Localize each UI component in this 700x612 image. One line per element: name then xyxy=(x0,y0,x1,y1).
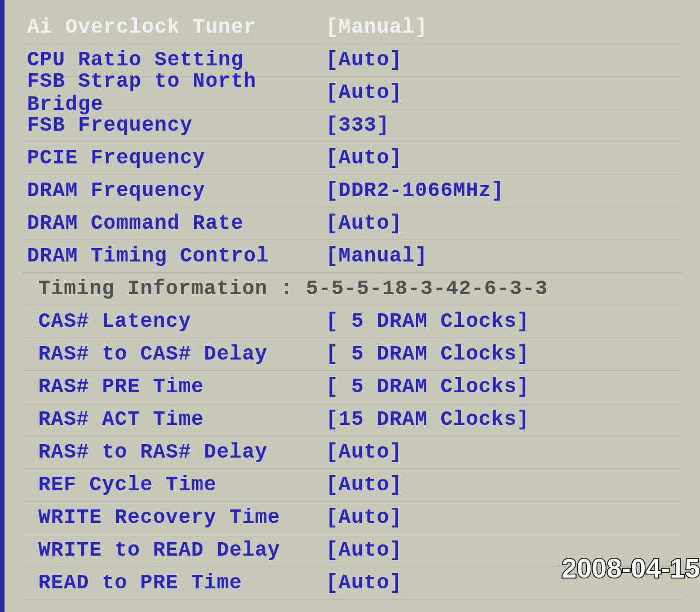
setting-row-fsb-frequency[interactable]: FSB Frequency [333] xyxy=(21,109,683,142)
setting-label: RAS# PRE Time xyxy=(21,375,326,398)
setting-label: RAS# to CAS# Delay xyxy=(21,343,326,366)
setting-value[interactable]: [Auto] xyxy=(326,506,402,529)
setting-value[interactable]: [Auto] xyxy=(326,212,402,235)
setting-row-pcie-frequency[interactable]: PCIE Frequency [Auto] xyxy=(21,142,683,175)
setting-value[interactable]: [Auto] xyxy=(326,571,402,595)
setting-row-fsb-strap[interactable]: FSB Strap to North Bridge [Auto] xyxy=(21,77,683,109)
setting-value[interactable]: [Auto] xyxy=(326,48,402,72)
setting-row-ras-act-time[interactable]: RAS# ACT Time [15 DRAM Clocks] xyxy=(21,403,683,436)
setting-label: FSB Frequency xyxy=(21,114,326,137)
setting-value[interactable]: [Auto] xyxy=(326,539,402,562)
setting-row-ai-overclock[interactable]: Ai Overclock Tuner [Manual] xyxy=(21,11,683,44)
setting-label: RAS# ACT Time xyxy=(21,408,326,431)
timing-information-line: Timing Information : 5-5-5-18-3-42-6-3-3 xyxy=(21,273,683,305)
setting-value[interactable]: [ 5 DRAM Clocks] xyxy=(326,375,530,398)
setting-label: CAS# Latency xyxy=(21,310,326,333)
setting-row-dram-timing-control[interactable]: DRAM Timing Control [Manual] xyxy=(21,240,683,273)
setting-row-write-recovery-time[interactable]: WRITE Recovery Time [Auto] xyxy=(21,502,683,534)
setting-value[interactable]: [ 5 DRAM Clocks] xyxy=(326,343,530,366)
setting-value[interactable]: [15 DRAM Clocks] xyxy=(326,408,530,431)
setting-label: DRAM Frequency xyxy=(21,179,326,202)
setting-row-ras-pre-time[interactable]: RAS# PRE Time [ 5 DRAM Clocks] xyxy=(21,371,683,403)
bios-settings-panel: Ai Overclock Tuner [Manual] CPU Ratio Se… xyxy=(5,0,700,611)
setting-label: WRITE to READ Delay xyxy=(21,539,326,562)
setting-label: RAS# to RAS# Delay xyxy=(21,441,326,464)
photo-timestamp: 2008-04-15 xyxy=(561,553,700,584)
setting-value[interactable]: [Auto] xyxy=(326,441,402,464)
setting-value[interactable]: [ 5 DRAM Clocks] xyxy=(326,310,530,333)
setting-value[interactable]: [Auto] xyxy=(326,473,402,496)
setting-value[interactable]: [333] xyxy=(326,114,389,137)
setting-row-dram-command-rate[interactable]: DRAM Command Rate [Auto] xyxy=(21,207,683,240)
setting-label: PCIE Frequency xyxy=(21,147,326,170)
setting-value[interactable]: [Manual] xyxy=(326,16,428,39)
setting-label: FSB Strap to North Bridge xyxy=(21,70,326,116)
setting-label: REF Cycle Time xyxy=(21,473,326,496)
setting-value[interactable]: [DDR2-1066MHz] xyxy=(326,179,504,202)
setting-value[interactable]: [Manual] xyxy=(326,245,428,268)
setting-label: DRAM Command Rate xyxy=(21,212,326,235)
timing-information-text: Timing Information : 5-5-5-18-3-42-6-3-3 xyxy=(21,277,548,300)
setting-label: READ to PRE Time xyxy=(21,571,326,595)
setting-label: WRITE Recovery Time xyxy=(21,506,326,529)
setting-label: DRAM Timing Control xyxy=(21,245,326,268)
setting-row-ref-cycle-time[interactable]: REF Cycle Time [Auto] xyxy=(21,469,683,502)
setting-value[interactable]: [Auto] xyxy=(326,147,402,170)
setting-row-cas-latency[interactable]: CAS# Latency [ 5 DRAM Clocks] xyxy=(21,305,683,338)
setting-label: Ai Overclock Tuner xyxy=(21,16,326,39)
setting-row-dram-frequency[interactable]: DRAM Frequency [DDR2-1066MHz] xyxy=(21,175,683,207)
setting-label: CPU Ratio Setting xyxy=(21,48,326,72)
setting-value[interactable]: [Auto] xyxy=(326,81,402,104)
setting-row-ras-cas-delay[interactable]: RAS# to CAS# Delay [ 5 DRAM Clocks] xyxy=(21,338,683,371)
setting-row-ras-ras-delay[interactable]: RAS# to RAS# Delay [Auto] xyxy=(21,436,683,469)
